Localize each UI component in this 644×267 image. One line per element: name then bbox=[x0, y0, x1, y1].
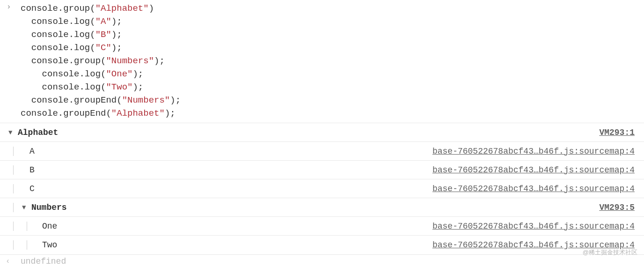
source-link[interactable]: base-760522678abcf43…b46f.js:sourcemap:4 bbox=[432, 184, 635, 193]
source-link[interactable]: VM293:1 bbox=[599, 128, 635, 137]
log-text: A bbox=[28, 147, 35, 156]
indent-guide bbox=[13, 222, 14, 231]
log-text: Two bbox=[40, 240, 57, 250]
log-row-c: C base-760522678abcf43…b46f.js:sourcemap… bbox=[0, 179, 644, 198]
input-prompt-icon: › bbox=[0, 2, 16, 120]
group-numbers-header[interactable]: ▼ Numbers VM293:5 bbox=[0, 198, 644, 217]
return-value-row: ‹ undefined bbox=[0, 254, 644, 266]
source-link[interactable]: VM293:5 bbox=[599, 203, 635, 212]
disclosure-triangle-icon[interactable]: ▼ bbox=[20, 204, 29, 211]
log-text: C bbox=[28, 184, 35, 193]
console-input-row[interactable]: › console.group("Alphabet") console.log(… bbox=[0, 0, 644, 123]
return-value-text: undefined bbox=[16, 257, 66, 266]
log-row-two: Two base-760522678abcf43…b46f.js:sourcem… bbox=[0, 236, 644, 254]
indent-guide bbox=[13, 240, 14, 250]
log-row-a: A base-760522678abcf43…b46f.js:sourcemap… bbox=[0, 142, 644, 161]
log-row-one: One base-760522678abcf43…b46f.js:sourcem… bbox=[0, 217, 644, 236]
source-link[interactable]: base-760522678abcf43…b46f.js:sourcemap:4 bbox=[432, 165, 635, 175]
log-text: One bbox=[40, 222, 57, 231]
devtools-console: › console.group("Alphabet") console.log(… bbox=[0, 0, 644, 266]
disclosure-triangle-icon[interactable]: ▼ bbox=[7, 129, 16, 136]
group-label: Alphabet bbox=[16, 128, 58, 137]
group-alphabet-header[interactable]: ▼ Alphabet VM293:1 bbox=[0, 123, 644, 142]
return-prompt-icon: ‹ bbox=[0, 257, 16, 266]
watermark-text: @稀土掘金技术社区 bbox=[583, 248, 637, 257]
console-input-code[interactable]: console.group("Alphabet") console.log("A… bbox=[16, 2, 181, 120]
source-link[interactable]: base-760522678abcf43…b46f.js:sourcemap:4 bbox=[432, 222, 635, 231]
log-row-b: B base-760522678abcf43…b46f.js:sourcemap… bbox=[0, 161, 644, 179]
source-link[interactable]: base-760522678abcf43…b46f.js:sourcemap:4 bbox=[432, 147, 635, 156]
log-text: B bbox=[28, 165, 35, 175]
group-label: Numbers bbox=[29, 203, 67, 212]
